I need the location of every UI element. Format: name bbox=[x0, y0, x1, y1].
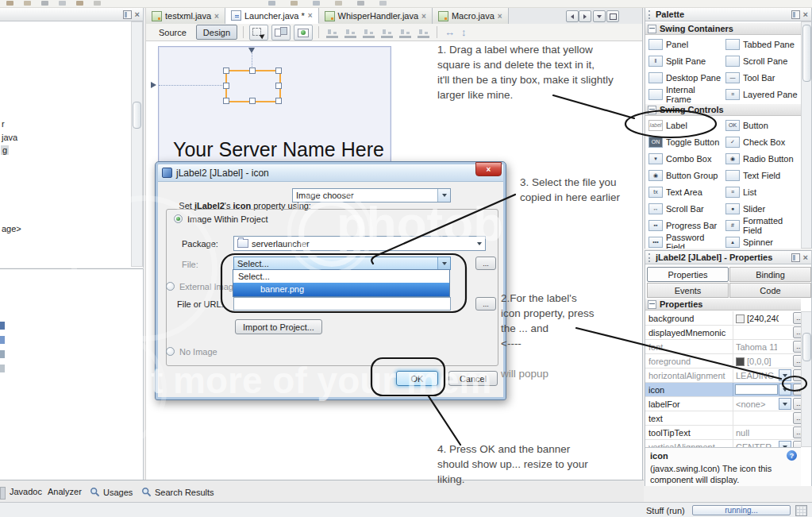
palette-item-split-pane[interactable]: ‖Split Pane bbox=[645, 52, 722, 69]
property-row-displayedmnemonic[interactable]: displayedMnemonic ... bbox=[645, 326, 801, 340]
tab-binding[interactable]: Binding bbox=[729, 267, 811, 282]
property-row-horizontalalignment[interactable]: horizontalAlignment LEADING ... bbox=[645, 368, 801, 383]
dropdown-option-selected[interactable]: banner.png bbox=[233, 283, 449, 296]
tab-code[interactable]: Code bbox=[729, 283, 811, 298]
palette-scrollbar[interactable] bbox=[801, 21, 812, 249]
connection-mode-icon[interactable] bbox=[271, 25, 291, 41]
tab-scroll-right-button[interactable] bbox=[579, 10, 591, 22]
external-image-label[interactable]: External Image bbox=[179, 282, 238, 291]
property-row-foreground[interactable]: foreground [0,0,0] ... bbox=[645, 354, 801, 368]
panel-grip[interactable] bbox=[648, 10, 652, 19]
external-image-radio[interactable] bbox=[166, 282, 175, 291]
package-select[interactable]: serverlauncher bbox=[233, 236, 486, 251]
navigator-item-fragment[interactable] bbox=[0, 336, 5, 344]
palette-item-text-area[interactable]: txText Area bbox=[645, 183, 722, 200]
navigator-item-fragment[interactable] bbox=[0, 365, 5, 372]
property-row-labelfor[interactable]: labelFor <none> ... bbox=[645, 397, 801, 411]
chevron-down-icon[interactable] bbox=[779, 369, 791, 381]
chevron-down-icon[interactable] bbox=[473, 237, 485, 250]
property-row-icon-selected[interactable]: icon ... bbox=[645, 383, 801, 397]
bottom-tab-usages[interactable]: Usages bbox=[90, 487, 133, 497]
image-within-project-label[interactable]: Image Within Project bbox=[187, 214, 267, 224]
bottom-tab-analyzer[interactable]: Analyzer bbox=[48, 487, 82, 496]
tab-close-icon[interactable]: × bbox=[214, 12, 219, 21]
palette-item-button[interactable]: OKButton bbox=[722, 117, 801, 133]
minimize-window-icon[interactable] bbox=[791, 253, 800, 262]
palette-item-desktop-pane[interactable]: Desktop Pane bbox=[645, 69, 722, 86]
close-icon[interactable]: × bbox=[803, 254, 808, 261]
align-right-icon[interactable] bbox=[344, 27, 356, 38]
minimize-window-icon[interactable] bbox=[791, 10, 800, 19]
tab-close-icon[interactable]: × bbox=[308, 11, 313, 20]
palette-item-text-field[interactable]: Text Field bbox=[722, 167, 801, 183]
dialog-title-bar[interactable]: jLabel2 [JLabel] - icon bbox=[158, 164, 503, 182]
align-left-icon[interactable] bbox=[326, 27, 338, 38]
image-within-project-radio[interactable] bbox=[174, 214, 183, 223]
palette-item-tool-bar[interactable]: —Tool Bar bbox=[722, 69, 801, 86]
resize-handle[interactable] bbox=[223, 83, 229, 89]
import-to-project-button[interactable]: Import to Project... bbox=[235, 319, 322, 334]
section-swing-containers[interactable]: Swing Containers bbox=[645, 22, 801, 35]
palette-item-toggle-button[interactable]: ONToggle Button bbox=[645, 133, 722, 150]
palette-item-slider[interactable]: ●Slider bbox=[722, 200, 801, 217]
source-button[interactable]: Source bbox=[152, 25, 193, 39]
palette-item-combo-box[interactable]: ▾Combo Box bbox=[645, 150, 722, 167]
palette-item-formatted-field[interactable]: #Formatted Field bbox=[722, 217, 801, 233]
url-browse-button[interactable]: ... bbox=[475, 297, 496, 311]
property-row-background[interactable]: background [240,240,240] ... bbox=[645, 311, 801, 326]
dialog-close-button[interactable]: × bbox=[475, 162, 502, 176]
tab-properties[interactable]: Properties bbox=[647, 267, 729, 282]
no-image-label[interactable]: No Image bbox=[179, 347, 217, 357]
palette-item-scroll-pane[interactable]: Scroll Pane bbox=[722, 52, 801, 69]
palette-item-panel[interactable]: Panel bbox=[645, 36, 722, 52]
palette-item-list[interactable]: ≡List bbox=[722, 183, 801, 200]
close-icon[interactable]: × bbox=[803, 11, 808, 18]
resize-handle[interactable] bbox=[275, 83, 282, 89]
collapse-icon[interactable] bbox=[648, 106, 656, 114]
selection-mode-icon[interactable] bbox=[249, 25, 268, 41]
property-row-verticalalignment[interactable]: verticalAlignment CENTER ... bbox=[645, 440, 801, 447]
minimize-window-icon[interactable] bbox=[123, 10, 132, 19]
resize-handle[interactable] bbox=[223, 68, 229, 74]
tree-item[interactable]: r bbox=[2, 119, 5, 129]
chevron-down-icon[interactable] bbox=[437, 257, 450, 269]
palette-item-radio-button[interactable]: ◉Radio Button bbox=[722, 150, 801, 167]
property-row-text[interactable]: text ... bbox=[645, 411, 801, 426]
resize-handle[interactable] bbox=[249, 98, 256, 104]
palette-item-spinner[interactable]: ▴Spinner bbox=[722, 233, 801, 249]
palette-item-check-box[interactable]: ✓Check Box bbox=[722, 133, 801, 150]
properties-scrollbar[interactable] bbox=[801, 311, 812, 447]
tab-scroll-left-button[interactable] bbox=[566, 10, 579, 22]
property-row-font[interactable]: font Tahoma 11 Plain ... bbox=[645, 340, 801, 354]
bottom-tab-search-results[interactable]: Search Results bbox=[141, 487, 214, 497]
process-window-icon[interactable] bbox=[795, 505, 807, 516]
ellipsis-button[interactable]: ... bbox=[793, 441, 801, 447]
resize-vertical-icon[interactable]: ↕ bbox=[461, 26, 467, 38]
section-properties[interactable]: Properties bbox=[645, 298, 801, 311]
bottom-tab-javadoc[interactable]: Javadoc bbox=[10, 487, 42, 496]
align-top-icon[interactable] bbox=[381, 27, 393, 38]
palette-item-progress-bar[interactable]: ▪▪Progress Bar bbox=[645, 217, 722, 233]
tab-macro[interactable]: Macro.java × bbox=[433, 8, 509, 24]
preview-design-icon[interactable] bbox=[294, 25, 313, 41]
palette-item-tabbed-pane[interactable]: Tabbed Pane bbox=[722, 36, 801, 52]
collapse-icon[interactable] bbox=[648, 25, 656, 33]
help-icon[interactable]: ? bbox=[787, 450, 797, 461]
collapse-icon[interactable] bbox=[648, 300, 656, 309]
resize-handle[interactable] bbox=[223, 98, 229, 104]
ok-button[interactable]: OK bbox=[396, 371, 438, 386]
chevron-down-icon[interactable] bbox=[437, 189, 450, 202]
file-or-url-input[interactable] bbox=[233, 297, 451, 311]
resize-horizontal-icon[interactable]: ↔ bbox=[444, 26, 455, 38]
tab-testxml[interactable]: testxml.java × bbox=[146, 8, 225, 24]
chevron-down-icon[interactable] bbox=[779, 441, 791, 447]
cancel-button[interactable]: Cancel bbox=[448, 371, 498, 386]
tree-item[interactable]: java bbox=[2, 133, 17, 142]
tree-item-selected[interactable]: g bbox=[1, 145, 9, 155]
palette-item-label[interactable]: labelLabel bbox=[645, 117, 722, 133]
tab-whisperhandler[interactable]: WhisperHandler.java × bbox=[319, 8, 433, 24]
center-vertical-icon[interactable] bbox=[418, 27, 429, 38]
no-image-radio[interactable] bbox=[166, 347, 175, 356]
align-bottom-icon[interactable] bbox=[399, 27, 411, 38]
design-button[interactable]: Design bbox=[196, 25, 237, 40]
